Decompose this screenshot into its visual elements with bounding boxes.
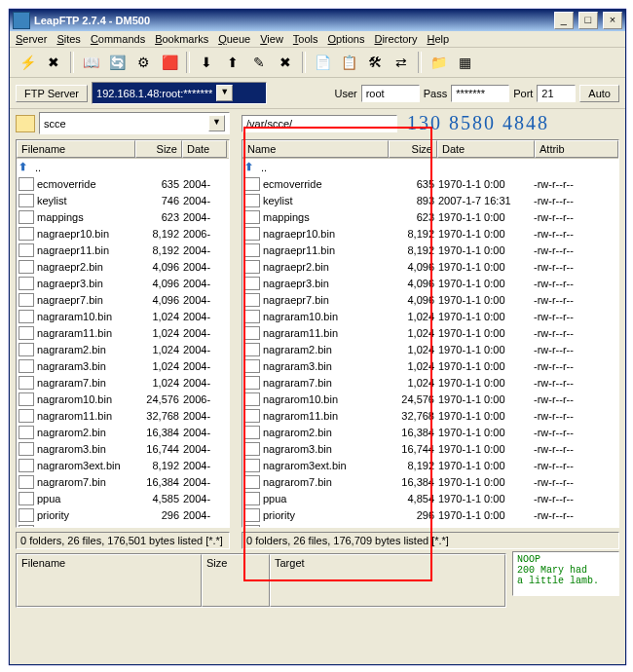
file-row[interactable]: nagrarom10.bin24,5762006- xyxy=(17,391,229,407)
remote-col-date[interactable]: Date xyxy=(437,140,535,158)
delete-icon[interactable]: ✖ xyxy=(274,51,297,74)
file-row[interactable]: nagrarom3.bin16,7442004- xyxy=(17,440,229,457)
book-icon[interactable]: 📖 xyxy=(79,51,102,74)
maximize-button[interactable]: □ xyxy=(578,12,598,29)
file-row[interactable]: ppua4,5852004- xyxy=(17,490,229,506)
file-row[interactable]: rsakeylist2,8962004- xyxy=(17,523,229,527)
file-row[interactable]: nagrarom11.bin32,7681970-1-1 0:00-rw-r--… xyxy=(242,407,618,424)
connect-icon[interactable]: ⚡ xyxy=(16,51,39,74)
menu-directory[interactable]: Directory xyxy=(374,33,417,45)
file-row[interactable]: nagrarom2.bin16,3841970-1-1 0:00-rw-r--r… xyxy=(242,424,618,440)
local-col-date[interactable]: Date xyxy=(182,140,227,158)
menu-help[interactable]: Help xyxy=(427,33,449,45)
file-row[interactable]: nagraepr7.bin4,0962004- xyxy=(17,291,229,308)
file-row[interactable]: nagrarom11.bin32,7682004- xyxy=(17,407,229,424)
remote-col-size[interactable]: Size xyxy=(389,140,437,158)
file-row[interactable]: nagraepr11.bin8,1921970-1-1 0:00-rw-r--r… xyxy=(242,242,618,258)
queue-col-name[interactable]: Filename xyxy=(17,554,202,607)
folder-icon[interactable] xyxy=(16,115,35,132)
file-row[interactable]: nagraram3.bin1,0242004- xyxy=(17,357,229,374)
local-col-name[interactable]: Filename xyxy=(17,140,135,158)
menu-commands[interactable]: Commands xyxy=(91,33,145,45)
file-row[interactable]: ecmoverride6351970-1-1 0:00-rw-r--r-- xyxy=(242,175,618,192)
pass-field[interactable] xyxy=(451,85,509,102)
refresh-icon[interactable]: 🔄 xyxy=(105,51,129,74)
file-row[interactable]: nagraepr2.bin4,0961970-1-1 0:00-rw-r--r-… xyxy=(242,258,618,275)
menu-tools[interactable]: Tools xyxy=(293,33,318,45)
download-icon[interactable]: ⬇ xyxy=(195,51,218,74)
menu-queue[interactable]: Queue xyxy=(218,33,250,45)
disconnect-icon[interactable]: ✖ xyxy=(42,51,65,74)
up-icon[interactable]: ⬆ xyxy=(244,161,258,174)
file-row[interactable]: mappings6232004- xyxy=(17,208,229,225)
parent-dir[interactable]: ⬆.. xyxy=(17,159,229,175)
file-row[interactable]: nagraram7.bin1,0241970-1-1 0:00-rw-r--r-… xyxy=(242,374,618,391)
menu-options[interactable]: Options xyxy=(328,33,365,45)
server-combo[interactable]: 192.168.1.48:root:******* ▼ xyxy=(92,82,267,104)
file-row[interactable]: nagraram2.bin1,0241970-1-1 0:00-rw-r--r-… xyxy=(242,341,618,357)
user-field[interactable] xyxy=(361,85,420,102)
chevron-down-icon[interactable]: ▼ xyxy=(216,85,233,101)
upload-icon[interactable]: ⬆ xyxy=(221,51,244,74)
queue-col-size[interactable]: Size xyxy=(202,554,270,607)
menu-server[interactable]: Server xyxy=(16,33,47,45)
file-row[interactable]: keylist7462004- xyxy=(17,192,229,208)
file-row[interactable]: nagraram7.bin1,0242004- xyxy=(17,374,229,391)
file-row[interactable]: nagraepr11.bin8,1922004- xyxy=(17,242,229,258)
file-row[interactable]: nagraepr2.bin4,0962004- xyxy=(17,258,229,275)
file-row[interactable]: nagraram3.bin1,0241970-1-1 0:00-rw-r--r-… xyxy=(242,357,618,374)
remote-col-attr[interactable]: Attrib xyxy=(535,140,618,158)
up-icon[interactable]: ⬆ xyxy=(19,161,32,174)
file-row[interactable]: nagraram11.bin1,0241970-1-1 0:00-rw-r--r… xyxy=(242,324,618,341)
file-row[interactable]: ppua4,8541970-1-1 0:00-rw-r--r-- xyxy=(242,490,618,506)
file-row[interactable]: nagraepr3.bin4,0961970-1-1 0:00-rw-r--r-… xyxy=(242,275,618,291)
local-col-size[interactable]: Size xyxy=(135,140,182,158)
other-icon[interactable]: ▦ xyxy=(453,51,476,74)
menu-sites[interactable]: Sites xyxy=(56,33,80,45)
file-row[interactable]: nagrarom10.bin24,5761970-1-1 0:00-rw-r--… xyxy=(242,391,618,407)
edit-icon[interactable]: ✎ xyxy=(247,51,271,74)
file-row[interactable]: nagrarom3.bin16,7441970-1-1 0:00-rw-r--r… xyxy=(242,440,618,457)
file-row[interactable]: priority2961970-1-1 0:00-rw-r--r-- xyxy=(242,506,618,523)
remote-path-input[interactable]: /var/scce/ xyxy=(242,115,397,132)
queue-col-target[interactable]: Target xyxy=(270,554,505,607)
file-row[interactable]: nagrarom7.bin16,3841970-1-1 0:00-rw-r--r… xyxy=(242,473,618,490)
file-row[interactable]: priority2962004- xyxy=(17,506,229,523)
ftp-server-button[interactable]: FTP Server xyxy=(16,85,88,102)
file-icon xyxy=(244,227,260,241)
parent-dir[interactable]: ⬆.. xyxy=(242,159,618,175)
view-icon[interactable]: 📄 xyxy=(311,51,334,74)
auto-button[interactable]: Auto xyxy=(579,85,619,102)
chevron-down-icon[interactable]: ▼ xyxy=(208,115,225,131)
file-row[interactable]: nagraepr3.bin4,0962004- xyxy=(17,275,229,291)
file-row[interactable]: rsakeylist2,6881970-1-1 0:00-rw-r--r-- xyxy=(242,523,618,527)
menu-bookmarks[interactable]: Bookmarks xyxy=(155,33,208,45)
compare-icon[interactable]: ⇄ xyxy=(390,51,413,74)
tool-icon[interactable]: 🛠 xyxy=(363,51,387,74)
file-row[interactable]: nagrarom3ext.bin8,1921970-1-1 0:00-rw-r-… xyxy=(242,457,618,473)
file-row[interactable]: nagraram10.bin1,0241970-1-1 0:00-rw-r--r… xyxy=(242,308,618,324)
file-row[interactable]: ecmoverride6352004- xyxy=(17,175,229,192)
file-row[interactable]: nagraepr10.bin8,1921970-1-1 0:00-rw-r--r… xyxy=(242,225,618,242)
file-row[interactable]: nagraram2.bin1,0242004- xyxy=(17,341,229,357)
minimize-button[interactable]: _ xyxy=(554,12,574,29)
close-button[interactable]: × xyxy=(603,12,622,29)
gear-icon[interactable]: ⚙ xyxy=(131,51,155,74)
file-icon xyxy=(244,260,260,274)
stop-icon[interactable]: 🟥 xyxy=(158,51,181,74)
file-row[interactable]: keylist8932007-1-7 16:31-rw-r--r-- xyxy=(242,192,618,208)
file-row[interactable]: nagraram11.bin1,0242004- xyxy=(17,324,229,341)
local-path-input[interactable]: scce ▼ xyxy=(39,112,230,134)
file-row[interactable]: nagraepr7.bin4,0961970-1-1 0:00-rw-r--r-… xyxy=(242,291,618,308)
file-row[interactable]: mappings6231970-1-1 0:00-rw-r--r-- xyxy=(242,208,618,225)
file-row[interactable]: nagraepr10.bin8,1922006- xyxy=(17,225,229,242)
file-row[interactable]: nagrarom2.bin16,3842004- xyxy=(17,424,229,440)
remote-col-name[interactable]: Name xyxy=(242,140,389,158)
file-row[interactable]: nagraram10.bin1,0242004- xyxy=(17,308,229,324)
newfolder-icon[interactable]: 📁 xyxy=(427,51,450,74)
file-row[interactable]: nagrarom7.bin16,3842004- xyxy=(17,473,229,490)
menu-view[interactable]: View xyxy=(260,33,283,45)
list-icon[interactable]: 📋 xyxy=(337,51,360,74)
port-field[interactable] xyxy=(537,85,576,102)
file-row[interactable]: nagrarom3ext.bin8,1922004- xyxy=(17,457,229,473)
